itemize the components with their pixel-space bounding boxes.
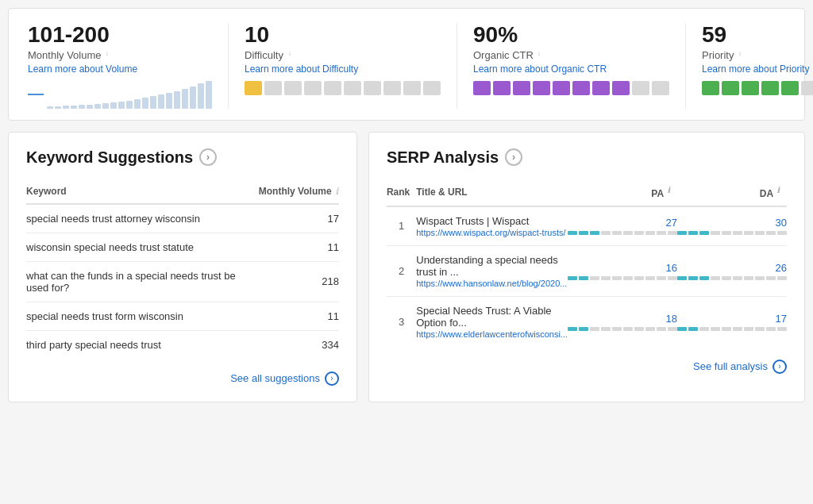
priority-learn-link[interactable]: Learn more about Priority [702, 63, 813, 75]
da-bar-segment [777, 327, 787, 331]
pa-bar-segment [590, 276, 599, 280]
see-full-analysis-link[interactable]: See full analysis › [387, 360, 787, 374]
da-bar-segment [755, 231, 765, 235]
serp-pa-value: 18 [666, 313, 677, 325]
pa-bar-segment [657, 231, 666, 235]
volume-bar [87, 105, 93, 109]
da-bar-segment [677, 231, 687, 235]
keyword-suggestions-chevron[interactable]: › [199, 148, 217, 166]
serp-table: Rank Title & URL PA ⅈ DA ⅈ 1Wispact Trus… [387, 181, 787, 347]
pa-bar-segment [590, 231, 599, 235]
pa-bar-segment [601, 231, 611, 235]
da-bar-segment [733, 231, 742, 235]
serp-rank-cell: 2 [387, 245, 416, 296]
da-bar-segment [711, 231, 720, 235]
volume-learn-link[interactable]: Learn more about Volume [28, 63, 212, 75]
da-bar-segment [777, 231, 787, 235]
volume-bar [71, 106, 77, 109]
ctr-segment [493, 81, 511, 95]
volume-bar [118, 102, 125, 109]
volume-bar [182, 89, 188, 109]
volume-dash [28, 94, 44, 95]
pa-bar-segment [645, 327, 655, 331]
pa-bar-segment [634, 327, 644, 331]
pa-bar-segment [612, 327, 622, 331]
metric-ctr: 90% Organic CTR ⁱ Learn more about Organ… [473, 23, 686, 109]
pa-bar-segment [623, 327, 633, 331]
ctr-learn-link[interactable]: Learn more about Organic CTR [473, 63, 669, 75]
metric-volume-value: 101-200 [28, 23, 212, 48]
volume-col-info-btn[interactable]: ⅈ [336, 186, 339, 197]
ctr-segment [533, 81, 550, 95]
table-row: special needs trust form wisconsin11 [26, 302, 339, 330]
serp-url[interactable]: https://www.wispact.org/wispact-trusts/ [416, 228, 568, 237]
da-bar-segment [699, 276, 709, 280]
priority-segment [722, 81, 739, 95]
da-bar-segment [688, 231, 698, 235]
da-bar-segment [722, 276, 731, 280]
volume-bar [126, 101, 133, 109]
da-bar-segment [688, 327, 698, 331]
pa-bar-segment [623, 276, 633, 280]
table-row: 3Special Needs Trust: A Viable Option fo… [387, 296, 787, 347]
table-row: wisconsin special needs trust statute11 [26, 233, 339, 261]
serp-pa-cell: 18 [568, 296, 677, 347]
difficulty-learn-link[interactable]: Learn more about Difficulty [245, 63, 441, 75]
pa-bar-segment [634, 231, 644, 235]
serp-title-url-cell: Wispact Trusts | Wispacthttps://www.wisp… [416, 206, 568, 246]
volume-bar [190, 87, 196, 109]
metric-difficulty: 10 Difficulty ⁱ Learn more about Difficu… [245, 23, 457, 109]
priority-segment-bar [702, 81, 813, 95]
da-bar-segment [766, 231, 776, 235]
serp-rank-cell: 3 [387, 296, 416, 347]
da-bar-segment [699, 231, 709, 235]
kw-keyword-cell: special needs trust attorney wisconsin [26, 204, 259, 233]
table-row: what can the funds in a special needs tr… [26, 261, 339, 302]
da-bar-segment [677, 276, 687, 280]
pa-bar-segment [657, 327, 666, 331]
difficulty-segment [245, 81, 262, 95]
da-bar-segment [777, 276, 787, 280]
metric-priority: 59 Priority ⁱ Learn more about Priority [702, 23, 813, 109]
volume-bar [63, 106, 69, 109]
serp-analysis-panel: SERP Analysis › Rank Title & URL PA ⅈ DA… [368, 132, 805, 402]
da-info-icon: ⅈ [777, 186, 780, 194]
serp-analysis-chevron[interactable]: › [505, 148, 522, 166]
metric-priority-value: 59 [702, 23, 813, 48]
serp-da-bar [677, 231, 787, 235]
priority-segment [742, 81, 759, 95]
pa-bar-segment [579, 276, 588, 280]
difficulty-segment [383, 81, 401, 95]
ctr-segment [612, 81, 630, 95]
table-row: 1Wispact Trusts | Wispacthttps://www.wis… [387, 206, 787, 246]
kw-volume-cell: 11 [259, 302, 339, 330]
volume-bar [198, 83, 204, 109]
priority-segment [702, 81, 719, 95]
volume-bar [102, 103, 109, 109]
serp-pa-bar [568, 231, 677, 235]
pa-bar-segment [601, 276, 611, 280]
see-all-chevron-icon: › [325, 371, 339, 386]
pa-bar-segment [568, 327, 577, 331]
serp-da-cell: 26 [677, 245, 787, 296]
da-bar-segment [733, 327, 742, 331]
metric-ctr-label: Organic CTR ⁱ [473, 49, 669, 61]
serp-col-pa: PA ⅈ [568, 181, 677, 206]
serp-pa-bar [568, 276, 677, 280]
da-bar-segment [733, 276, 742, 280]
da-bar-segment [711, 276, 720, 280]
serp-url[interactable]: https://www.elderlawcenterofwisconsi... [416, 329, 568, 339]
serp-title-url-cell: Understanding a special needs trust in .… [416, 245, 568, 296]
ctr-segment [553, 81, 570, 95]
volume-info-icon: ⁱ [106, 51, 108, 60]
kw-volume-cell: 334 [259, 330, 339, 359]
volume-bar [55, 106, 61, 109]
kw-col-keyword: Keyword [26, 181, 259, 204]
serp-rank-cell: 1 [387, 206, 416, 246]
metric-difficulty-label: Difficulty ⁱ [245, 49, 441, 61]
see-all-suggestions-link[interactable]: See all suggestions › [26, 371, 339, 386]
serp-url[interactable]: https://www.hansonlaw.net/blog/2020... [416, 279, 568, 288]
da-bar-segment [722, 231, 731, 235]
pa-bar-segment [634, 276, 644, 280]
metric-difficulty-value: 10 [245, 23, 441, 48]
